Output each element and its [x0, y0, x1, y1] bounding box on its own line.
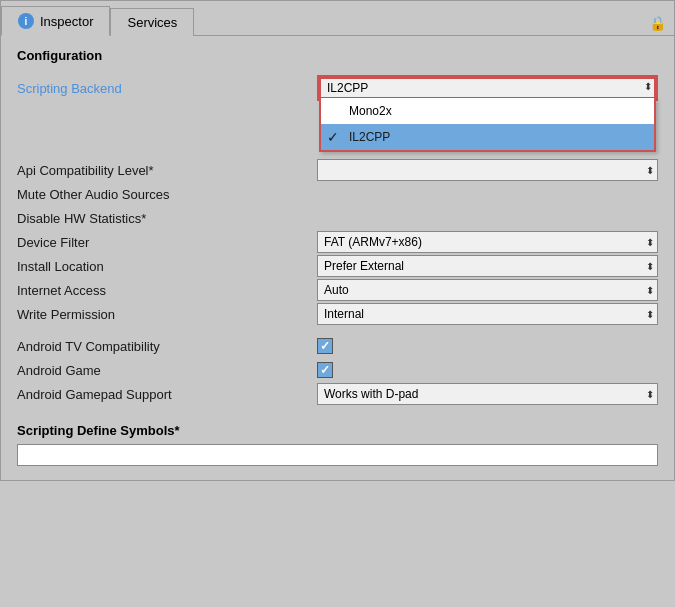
lock-icon: 🔒 — [649, 15, 666, 31]
gamepad-support-dropdown[interactable]: Works with D-pad — [317, 383, 658, 405]
install-location-select[interactable]: Prefer External — [317, 255, 658, 277]
api-compatibility-select[interactable] — [317, 159, 658, 181]
mute-audio-row: Mute Other Audio Sources — [17, 183, 658, 205]
scripting-backend-label[interactable]: Scripting Backend — [17, 81, 317, 96]
gamepad-support-row: Android Gamepad Support Works with D-pad — [17, 383, 658, 405]
android-tv-row: Android TV Compatibility — [17, 335, 658, 357]
device-filter-dropdown[interactable]: FAT (ARMv7+x86) — [317, 231, 658, 253]
tab-bar: i Inspector Services 🔒 — [1, 1, 674, 36]
mute-audio-label: Mute Other Audio Sources — [17, 187, 317, 202]
gamepad-support-value: Works with D-pad — [317, 383, 658, 405]
scripting-backend-value: IL2CPP Mono2x ✓ IL2CPP — [317, 75, 658, 101]
scripting-backend-trigger[interactable]: IL2CPP — [319, 77, 656, 99]
scripting-define-row: Scripting Define Symbols* — [17, 415, 658, 442]
tab-inspector-label: Inspector — [40, 14, 93, 29]
disable-hw-stats-row: Disable HW Statistics* — [17, 207, 658, 229]
api-compatibility-dropdown[interactable] — [317, 159, 658, 181]
install-location-row: Install Location Prefer External — [17, 255, 658, 277]
tab-bar-right: 🔒 — [649, 15, 674, 35]
android-game-label: Android Game — [17, 363, 317, 378]
disable-hw-stats-label: Disable HW Statistics* — [17, 211, 317, 226]
gamepad-support-select[interactable]: Works with D-pad — [317, 383, 658, 405]
write-permission-select[interactable]: Internal — [317, 303, 658, 325]
android-game-checkbox-wrapper — [317, 362, 658, 378]
android-game-row: Android Game — [17, 359, 658, 381]
option-mono2x[interactable]: Mono2x — [321, 98, 654, 124]
write-permission-row: Write Permission Internal — [17, 303, 658, 325]
internet-access-dropdown[interactable]: Auto — [317, 279, 658, 301]
android-tv-checkbox-wrapper — [317, 338, 658, 354]
spacer2 — [17, 407, 658, 415]
device-filter-label: Device Filter — [17, 235, 317, 250]
internet-access-row: Internet Access Auto — [17, 279, 658, 301]
install-location-value: Prefer External — [317, 255, 658, 277]
device-filter-row: Device Filter FAT (ARMv7+x86) — [17, 231, 658, 253]
scripting-define-input-row — [17, 444, 658, 466]
write-permission-label: Write Permission — [17, 307, 317, 322]
api-compatibility-row: Api Compatibility Level* — [17, 159, 658, 181]
scripting-define-input[interactable] — [17, 444, 658, 466]
section-title: Configuration — [17, 48, 658, 63]
spacer — [17, 327, 658, 335]
scripting-backend-row: Scripting Backend IL2CPP Mono2x ✓ IL2CPP — [17, 75, 658, 101]
api-compatibility-label: Api Compatibility Level* — [17, 163, 317, 178]
android-tv-checkbox[interactable] — [317, 338, 333, 354]
gamepad-support-label: Android Gamepad Support — [17, 387, 317, 402]
info-icon: i — [18, 13, 34, 29]
install-location-label: Install Location — [17, 259, 317, 274]
tab-services-label: Services — [127, 15, 177, 30]
checkmark-icon: ✓ — [327, 129, 339, 145]
internet-access-label: Internet Access — [17, 283, 317, 298]
device-filter-value: FAT (ARMv7+x86) — [317, 231, 658, 253]
scripting-backend-dropdown-open[interactable]: IL2CPP Mono2x ✓ IL2CPP — [317, 75, 658, 101]
scripting-define-label: Scripting Define Symbols* — [17, 423, 180, 438]
android-tv-label: Android TV Compatibility — [17, 339, 317, 354]
option-il2cpp[interactable]: ✓ IL2CPP — [321, 124, 654, 150]
main-window: i Inspector Services 🔒 Configuration Scr… — [0, 0, 675, 481]
scripting-backend-menu: Mono2x ✓ IL2CPP — [319, 98, 656, 152]
device-filter-select[interactable]: FAT (ARMv7+x86) — [317, 231, 658, 253]
content-area: Configuration Scripting Backend IL2CPP M… — [1, 36, 674, 480]
install-location-dropdown[interactable]: Prefer External — [317, 255, 658, 277]
android-game-checkbox[interactable] — [317, 362, 333, 378]
write-permission-dropdown[interactable]: Internal — [317, 303, 658, 325]
tab-inspector[interactable]: i Inspector — [1, 6, 110, 36]
tab-services[interactable]: Services — [110, 8, 194, 36]
write-permission-value: Internal — [317, 303, 658, 325]
api-compatibility-value — [317, 159, 658, 181]
internet-access-select[interactable]: Auto — [317, 279, 658, 301]
internet-access-value: Auto — [317, 279, 658, 301]
